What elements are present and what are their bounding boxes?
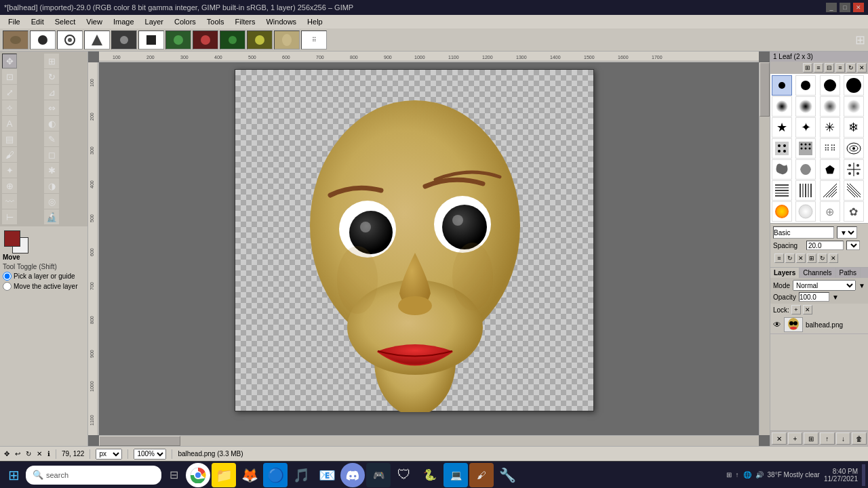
brush-cell[interactable]	[844, 159, 864, 180]
brush-cell[interactable]	[820, 96, 840, 117]
brush-preset-2[interactable]	[30, 30, 56, 49]
show-desktop-button[interactable]	[862, 464, 865, 486]
taskbar-app-python[interactable]: 🐍	[418, 463, 442, 487]
close-button[interactable]: ✕	[853, 3, 864, 12]
brush-cell[interactable]: ⠿⠿	[820, 138, 840, 159]
taskbar-app-firefox[interactable]: 🦊	[237, 463, 262, 487]
brush-cell[interactable]: ⊕	[820, 201, 840, 222]
taskbar-app-discord[interactable]	[340, 463, 365, 487]
taskbar-app-explorer[interactable]: 📁	[212, 463, 236, 487]
brush-preset-yellow[interactable]	[247, 30, 273, 49]
layer-row[interactable]: 👁 balhead.png	[770, 316, 868, 334]
status-redo[interactable]: ↻	[26, 450, 31, 458]
menu-view[interactable]: View	[81, 16, 108, 27]
brush-preset-dropdown[interactable]: ▼	[837, 226, 857, 239]
menu-filters[interactable]: Filters	[230, 16, 261, 27]
brush-cell[interactable]	[844, 138, 864, 159]
brush-cell[interactable]	[772, 75, 792, 96]
spacing-unit[interactable]: ▼	[846, 241, 860, 250]
brush-cell[interactable]	[772, 159, 792, 180]
taskbar-app-shield[interactable]: 🛡	[392, 463, 416, 487]
tab-channels[interactable]: Channels	[800, 268, 835, 278]
brush-preset-3[interactable]	[57, 30, 83, 49]
tool-text[interactable]: A	[2, 116, 17, 131]
brush-cell[interactable]	[844, 180, 864, 201]
tool-pencil[interactable]: ✎	[44, 131, 59, 146]
brush-cell[interactable]: ★	[772, 117, 792, 138]
minimize-button[interactable]: _	[826, 3, 837, 12]
brush-cell[interactable]: ✦	[795, 117, 816, 138]
status-zoom-select[interactable]: 100% 50% 200%	[134, 449, 166, 460]
lock-icon-1[interactable]: +	[791, 305, 801, 314]
menu-file[interactable]: File	[3, 16, 26, 27]
tool-shear[interactable]: ⊿	[44, 85, 59, 100]
brush-cell[interactable]	[772, 201, 792, 222]
tray-icon-volume[interactable]: 🔊	[755, 471, 764, 479]
panel-icon-3[interactable]: ⊟	[825, 63, 834, 73]
maximize-button[interactable]: □	[840, 3, 850, 12]
tab-layers[interactable]: Layers	[770, 268, 800, 278]
brush-cell[interactable]: ✿	[844, 201, 864, 222]
taskbar-app-steam[interactable]: 🎮	[366, 463, 391, 487]
tool-measure[interactable]: ⊢	[2, 209, 17, 224]
search-placeholder-text[interactable]: search	[46, 471, 68, 479]
menu-help[interactable]: Help	[302, 16, 328, 27]
gimp-canvas[interactable]	[235, 69, 594, 411]
brush-cell[interactable]	[772, 180, 792, 201]
taskbar-clock[interactable]: 8:40 PM 11/27/2021	[824, 468, 858, 483]
tool-airbrush[interactable]: ✦	[2, 163, 17, 178]
panel-icon-4[interactable]: ≡	[835, 63, 845, 73]
brush-preset-1[interactable]	[3, 30, 28, 49]
foreground-color[interactable]	[4, 230, 20, 247]
brush-action-4[interactable]: ⊞	[807, 253, 816, 263]
brush-action-6[interactable]: ✕	[829, 253, 838, 263]
taskbar-app-gimp[interactable]: 🖌	[469, 463, 494, 487]
brush-preset-green[interactable]	[165, 30, 191, 49]
brush-preset-red[interactable]	[193, 30, 218, 49]
menu-layer[interactable]: Layer	[140, 16, 170, 27]
tool-pick-option[interactable]: Pick a layer or guide	[3, 272, 85, 281]
taskbar-app-music[interactable]: 🎵	[289, 463, 313, 487]
tool-color-pick[interactable]: 🔬	[44, 209, 59, 224]
tool-clone[interactable]: ✱	[44, 163, 59, 178]
layer-action-up[interactable]: ↑	[820, 432, 835, 445]
brush-action-3[interactable]: ✕	[796, 253, 806, 263]
brush-preset-green2[interactable]	[220, 30, 245, 49]
panel-icon-1[interactable]: ⊞	[803, 63, 812, 73]
scrollbar-horizontal[interactable]	[99, 435, 759, 446]
tool-align[interactable]: ⊞	[44, 54, 59, 68]
taskbar-app-vscode[interactable]: 💻	[443, 463, 468, 487]
tool-eraser[interactable]: ◻	[44, 147, 59, 162]
menu-edit[interactable]: Edit	[26, 16, 50, 27]
opacity-arrow[interactable]: ▼	[832, 293, 839, 301]
brush-preset-face[interactable]	[274, 30, 300, 49]
tool-perspective[interactable]: ⟢	[2, 100, 17, 115]
tool-heal[interactable]: ⊕	[2, 178, 17, 193]
status-undo[interactable]: ↩	[15, 450, 20, 458]
brush-cell[interactable]	[820, 180, 840, 201]
tool-gradient[interactable]: ▤	[2, 131, 17, 146]
brush-preset-4[interactable]	[84, 30, 110, 49]
brush-cell[interactable]	[844, 96, 864, 117]
tool-rotate[interactable]: ↻	[44, 69, 59, 84]
task-view-button[interactable]: ⊟	[163, 464, 184, 486]
layer-action-copy[interactable]: ⊞	[804, 432, 818, 445]
opacity-input[interactable]	[799, 292, 829, 302]
brush-cell[interactable]	[795, 159, 816, 180]
pick-layer-radio[interactable]	[3, 272, 12, 281]
menu-windows[interactable]: Windows	[260, 16, 302, 27]
menu-colors[interactable]: Colors	[169, 16, 201, 27]
panel-icon-6[interactable]: ✕	[857, 63, 867, 73]
tool-smudge[interactable]: 〰	[2, 194, 17, 209]
tool-scale[interactable]: ⤢	[2, 85, 17, 100]
brush-preset-5[interactable]	[111, 30, 137, 49]
brush-cell[interactable]: ⬟	[820, 159, 840, 180]
panel-icon-2[interactable]: ≡	[814, 63, 823, 73]
brush-cell[interactable]	[772, 96, 792, 117]
brush-preset-input[interactable]	[773, 226, 834, 239]
menu-image[interactable]: Image	[108, 16, 140, 27]
brush-cell[interactable]	[820, 75, 840, 96]
brush-cell[interactable]	[795, 138, 816, 159]
tool-dodge[interactable]: ◑	[44, 178, 59, 193]
menu-select[interactable]: Select	[50, 16, 81, 27]
